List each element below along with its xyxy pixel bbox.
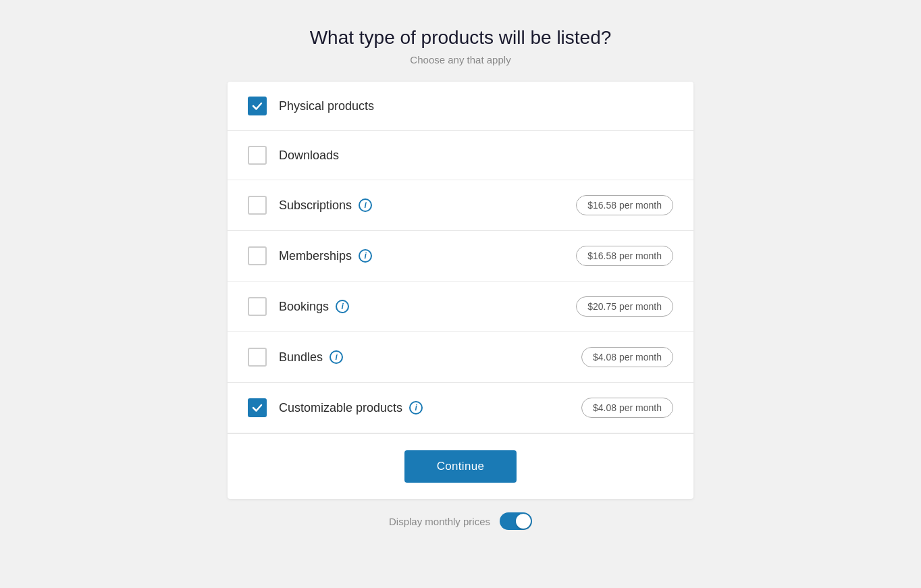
price-badge-customizable: $4.08 per month: [581, 398, 673, 418]
info-icon-memberships[interactable]: i: [359, 249, 372, 263]
option-label-physical: Physical products: [279, 99, 673, 113]
option-row-memberships[interactable]: Membershipsi$16.58 per month: [228, 231, 693, 282]
option-text-physical: Physical products: [279, 99, 374, 113]
price-badge-subscriptions: $16.58 per month: [576, 195, 673, 215]
toggle-label: Display monthly prices: [389, 516, 490, 527]
option-text-memberships: Memberships: [279, 249, 352, 263]
option-row-subscriptions[interactable]: Subscriptionsi$16.58 per month: [228, 180, 693, 231]
info-icon-bookings[interactable]: i: [336, 300, 349, 313]
option-text-bookings: Bookings: [279, 300, 329, 314]
checkbox-downloads[interactable]: [248, 146, 267, 165]
footer-row: Continue: [228, 433, 693, 499]
checkbox-bundles[interactable]: [248, 348, 267, 367]
page-title: What type of products will be listed?: [310, 27, 612, 49]
checkbox-box-bundles[interactable]: [248, 348, 267, 367]
option-text-subscriptions: Subscriptions: [279, 198, 352, 213]
option-label-customizable: Customizable productsi: [279, 401, 581, 415]
product-type-card: Physical productsDownloadsSubscriptionsi…: [228, 82, 693, 499]
option-row-downloads[interactable]: Downloads: [228, 131, 693, 180]
option-label-bookings: Bookingsi: [279, 300, 576, 314]
option-label-bundles: Bundlesi: [279, 350, 581, 365]
checkbox-box-bookings[interactable]: [248, 297, 267, 316]
option-text-customizable: Customizable products: [279, 401, 402, 415]
checkbox-box-customizable[interactable]: [248, 398, 267, 417]
checkbox-physical[interactable]: [248, 97, 267, 115]
option-row-bundles[interactable]: Bundlesi$4.08 per month: [228, 332, 693, 383]
option-row-physical[interactable]: Physical products: [228, 82, 693, 131]
option-text-downloads: Downloads: [279, 149, 339, 163]
continue-button[interactable]: Continue: [404, 450, 517, 483]
toggle-row: Display monthly prices: [389, 512, 532, 530]
page-subtitle: Choose any that apply: [410, 54, 510, 65]
checkbox-box-downloads[interactable]: [248, 146, 267, 165]
checkbox-box-physical[interactable]: [248, 97, 267, 115]
checkbox-subscriptions[interactable]: [248, 196, 267, 215]
price-badge-bundles: $4.08 per month: [581, 347, 673, 367]
monthly-prices-toggle[interactable]: [500, 512, 532, 530]
checkbox-customizable[interactable]: [248, 398, 267, 417]
price-badge-bookings: $20.75 per month: [576, 296, 673, 317]
checkbox-bookings[interactable]: [248, 297, 267, 316]
checkbox-box-subscriptions[interactable]: [248, 196, 267, 215]
option-row-bookings[interactable]: Bookingsi$20.75 per month: [228, 282, 693, 332]
toggle-knob: [516, 514, 531, 529]
option-label-subscriptions: Subscriptionsi: [279, 198, 576, 213]
info-icon-bundles[interactable]: i: [330, 350, 343, 364]
checkbox-memberships[interactable]: [248, 246, 267, 265]
option-label-downloads: Downloads: [279, 149, 673, 163]
option-text-bundles: Bundles: [279, 350, 323, 365]
info-icon-subscriptions[interactable]: i: [359, 198, 372, 212]
info-icon-customizable[interactable]: i: [409, 401, 423, 415]
option-row-customizable[interactable]: Customizable productsi$4.08 per month: [228, 383, 693, 433]
option-label-memberships: Membershipsi: [279, 249, 576, 263]
price-badge-memberships: $16.58 per month: [576, 246, 673, 266]
checkbox-box-memberships[interactable]: [248, 246, 267, 265]
